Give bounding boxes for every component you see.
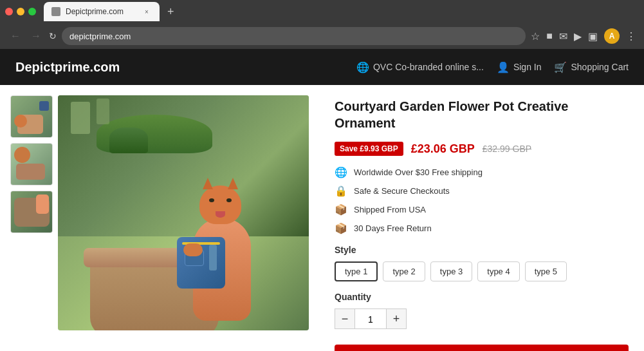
thumbnail-3[interactable] <box>10 191 53 233</box>
browser-actions: ☆ ■ ✉ ▶ ▣ A ⋮ <box>531 28 636 44</box>
features-list: 🌐 Worldwide Over $30 Free shipping 🔒 Saf… <box>335 166 629 234</box>
forward-button[interactable]: → <box>28 29 44 43</box>
quantity-section: Quantity − 1 + <box>335 292 629 329</box>
profile-avatar[interactable]: A <box>604 28 620 44</box>
active-tab[interactable]: Depictprime.com × <box>44 2 160 21</box>
feature-shipping-text: Worldwide Over $30 Free shipping <box>354 167 483 177</box>
feature-shipping: 🌐 Worldwide Over $30 Free shipping <box>335 166 629 178</box>
nav-signin-label: Sign In <box>513 62 542 72</box>
menu-icon[interactable]: ⋮ <box>626 30 636 43</box>
quantity-control: − 1 + <box>335 308 629 329</box>
cart-icon: 🛒 <box>554 61 567 73</box>
thumbnail-2[interactable] <box>10 143 53 185</box>
feature-secure-text: Safe & Secure Checkouts <box>354 186 450 196</box>
product-info: Courtyard Garden Flower Pot Creative Orn… <box>319 85 644 351</box>
thumbnail-1[interactable] <box>10 95 53 138</box>
save-badge: Save £9.93 GBP <box>335 142 403 156</box>
style-label: Style <box>335 245 629 255</box>
nav-item-signin[interactable]: 👤 Sign In <box>497 61 542 73</box>
user-icon: 👤 <box>497 61 510 73</box>
site-logo[interactable]: Depictprime.com <box>15 60 356 75</box>
quantity-label: Quantity <box>335 292 629 302</box>
style-type2-button[interactable]: type 2 <box>383 261 425 281</box>
current-price: £23.06 GBP <box>411 142 475 156</box>
tab-close-button[interactable]: × <box>142 6 152 17</box>
refresh-button[interactable]: ↻ <box>49 31 57 41</box>
back-button[interactable]: ← <box>8 29 23 43</box>
style-type3-button[interactable]: type 3 <box>430 261 472 281</box>
quantity-value: 1 <box>355 308 386 329</box>
original-price: £32.99 GBP <box>483 144 531 154</box>
nav-qvc-label: QVC Co-branded online s... <box>373 62 484 72</box>
style-type4-button[interactable]: type 4 <box>477 261 519 281</box>
thumbnails <box>10 95 53 341</box>
gallery-section <box>0 85 319 351</box>
main-content: Courtyard Garden Flower Pot Creative Orn… <box>0 85 644 351</box>
style-options: type 1 type 2 type 3 type 4 type 5 <box>335 261 629 281</box>
globe-feature-icon: 🌐 <box>335 166 347 178</box>
feature-return-text: 30 Days Free Return <box>354 223 432 233</box>
devices-icon[interactable]: ▣ <box>588 30 598 43</box>
box-icon: 📦 <box>335 204 347 216</box>
address-input[interactable] <box>62 27 526 45</box>
globe-icon: 🌐 <box>356 61 369 73</box>
style-type5-button[interactable]: type 5 <box>525 261 567 281</box>
nav-item-qvc[interactable]: 🌐 QVC Co-branded online s... <box>356 61 484 73</box>
style-type1-button[interactable]: type 1 <box>335 261 378 281</box>
window-maximize-button[interactable] <box>28 8 36 15</box>
add-to-cart-button[interactable]: Add to cart <box>335 345 629 351</box>
window-close-button[interactable] <box>5 8 13 15</box>
lock-icon: 🔒 <box>335 185 347 197</box>
nav-cart-label: Shopping Cart <box>571 62 629 72</box>
media-icon[interactable]: ▶ <box>574 30 582 43</box>
feature-usa-text: Shipped From USA <box>354 205 426 214</box>
bell-icon[interactable]: ✉ <box>559 30 567 43</box>
tab-favicon <box>51 7 60 16</box>
site-header: Depictprime.com 🌐 QVC Co-branded online … <box>0 49 644 85</box>
feature-usa: 📦 Shipped From USA <box>335 204 629 216</box>
site-nav: 🌐 QVC Co-branded online s... 👤 Sign In 🛒… <box>356 61 629 73</box>
price-row: Save £9.93 GBP £23.06 GBP £32.99 GBP <box>335 142 629 156</box>
address-bar-row: ← → ↻ ☆ ■ ✉ ▶ ▣ A ⋮ <box>0 23 644 49</box>
main-product-image <box>58 95 309 330</box>
tab-title: Depictprime.com <box>66 7 124 16</box>
return-icon: 📦 <box>335 222 347 234</box>
extension-icon[interactable]: ■ <box>546 30 553 42</box>
window-minimize-button[interactable] <box>17 8 24 15</box>
new-tab-button[interactable]: + <box>162 5 179 19</box>
quantity-minus-button[interactable]: − <box>335 308 355 329</box>
feature-return: 📦 30 Days Free Return <box>335 222 629 234</box>
feature-secure: 🔒 Safe & Secure Checkouts <box>335 185 629 197</box>
bookmark-icon[interactable]: ☆ <box>531 30 540 43</box>
product-title: Courtyard Garden Flower Pot Creative Orn… <box>335 98 629 131</box>
browser-chrome: Depictprime.com × + ← → ↻ ☆ ■ ✉ ▶ ▣ A ⋮ <box>0 0 644 49</box>
quantity-plus-button[interactable]: + <box>386 308 407 329</box>
nav-item-cart[interactable]: 🛒 Shopping Cart <box>554 61 629 73</box>
tab-bar: Depictprime.com × + <box>0 0 644 23</box>
